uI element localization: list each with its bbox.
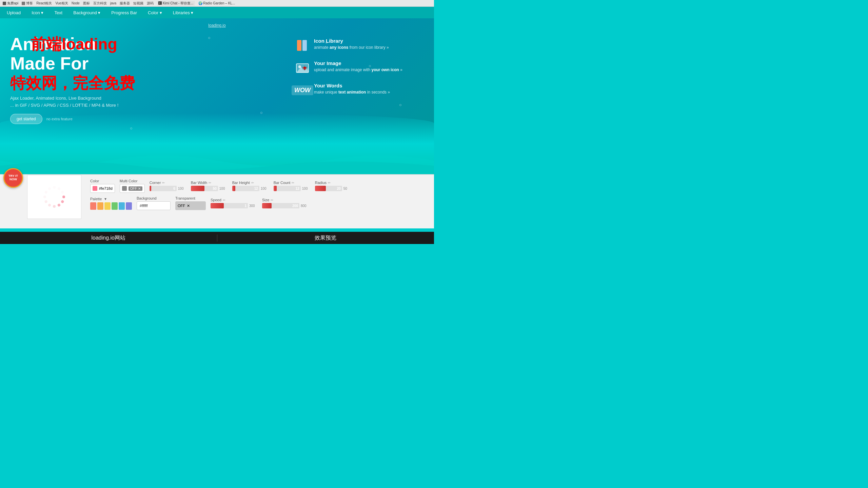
transparent-control: Transparent OFF ✕ xyxy=(175,196,206,210)
radius-slider[interactable]: 20 xyxy=(315,186,342,191)
preview-box xyxy=(27,175,81,219)
background-label: Background xyxy=(137,196,171,200)
bar-count-control: Bar Count ✏ 12 100 xyxy=(274,181,310,191)
nav-upload[interactable]: Upload xyxy=(5,9,23,17)
multi-color-off[interactable]: OFF ✕ xyxy=(129,186,142,191)
bar-width-max: 100 xyxy=(219,187,228,190)
tab-免费api[interactable]: 免费api xyxy=(3,1,18,6)
palette-row xyxy=(90,202,132,210)
feature-your-words-icon: WOW xyxy=(295,83,310,98)
tab-node[interactable]: Node xyxy=(72,1,80,5)
nav-text[interactable]: Text xyxy=(52,9,64,17)
feature-icon-library-title: Icon Library xyxy=(314,38,389,44)
feature-your-image[interactable]: 🕷 Your Image upload and animate image wi… xyxy=(295,60,424,75)
palette-control: Palette ▾ xyxy=(90,197,132,210)
palette-color-4[interactable] xyxy=(112,202,118,210)
speed-edit-icon[interactable]: ✏ xyxy=(223,198,225,202)
palette-toggle-icon[interactable]: ▾ xyxy=(104,197,106,201)
bar-count-value: 12 xyxy=(296,187,299,190)
tab-radio[interactable]: 🌍 Radio Garden – KL... xyxy=(198,1,235,5)
tab-video[interactable]: 短视频 xyxy=(133,1,143,6)
svg-point-9 xyxy=(53,205,56,208)
get-started-button[interactable]: get started xyxy=(10,114,42,124)
nav-libraries[interactable]: Libraries ▾ xyxy=(171,9,195,17)
bar-count-slider[interactable]: 12 xyxy=(274,186,301,191)
feature-icon-library-icon xyxy=(295,38,310,53)
hero-section: loading.io Animation Made For 前端loading … xyxy=(0,18,434,174)
bar-height-edit-icon[interactable]: ✏ xyxy=(251,181,254,185)
background-input[interactable] xyxy=(137,201,171,210)
multi-color-x[interactable]: ✕ xyxy=(138,187,141,190)
bar-height-slider[interactable]: 12 xyxy=(232,186,259,191)
nav-bar: Upload Icon ▾ Text Background ▾ Progress… xyxy=(0,7,434,18)
speed-slider[interactable]: 1 xyxy=(211,203,248,208)
radius-edit-icon[interactable]: ✏ xyxy=(328,181,331,185)
radius-control: Radius ✏ 20 50 xyxy=(315,181,352,191)
tab-java[interactable]: java xyxy=(110,1,116,5)
bar-width-control: Bar Width ✏ 50 100 xyxy=(191,181,228,191)
corner-label: Corner ✏ xyxy=(150,181,186,185)
feature-icon-library[interactable]: Icon Library animate any icons from our … xyxy=(295,38,424,53)
tab-source[interactable]: 源码 xyxy=(147,1,154,6)
hero-title-line2: Made For xyxy=(10,54,295,73)
radius-value: 20 xyxy=(337,187,341,190)
try-it-badge[interactable]: TRY IT NOW xyxy=(3,168,23,188)
tab-icon[interactable]: 图标 xyxy=(83,1,90,6)
transparent-toggle[interactable]: OFF ✕ xyxy=(175,201,206,210)
size-slider-group: 200 800 xyxy=(262,203,309,208)
size-slider[interactable]: 200 xyxy=(262,203,299,208)
tab-博客[interactable]: 博客 xyxy=(22,1,33,6)
tab-vue[interactable]: Vue相关 xyxy=(55,1,68,6)
transparent-label: Transparent xyxy=(175,196,206,200)
corner-slider[interactable]: 6 xyxy=(150,186,177,191)
palette-label: Palette ▾ xyxy=(90,197,132,201)
bar-count-max: 100 xyxy=(302,187,310,190)
nav-color[interactable]: Color ▾ xyxy=(146,9,164,17)
multi-color-label: Multi Color xyxy=(120,179,145,183)
title-stack: Animation Made For 前端loading xyxy=(10,35,295,79)
svg-point-11 xyxy=(44,200,48,204)
size-edit-icon[interactable]: ✏ xyxy=(271,198,273,202)
svg-point-6 xyxy=(62,196,65,198)
nav-icon[interactable]: Icon ▾ xyxy=(29,9,45,17)
palette-color-6[interactable] xyxy=(126,202,132,210)
tab-react[interactable]: React相关 xyxy=(36,1,52,6)
corner-edit-icon[interactable]: ✏ xyxy=(162,181,165,185)
svg-point-8 xyxy=(57,203,61,207)
palette-color-5[interactable] xyxy=(119,202,125,210)
no-feature-button[interactable]: no extra feature xyxy=(46,114,73,124)
hero-content: Animation Made For 前端loading 特效网，完全免费 Aj… xyxy=(0,28,434,124)
size-control: Size ✏ 200 800 xyxy=(262,198,309,208)
loading-io-link[interactable]: loading.io xyxy=(0,18,434,28)
multi-color-input[interactable]: OFF ✕ xyxy=(120,184,145,193)
size-label: Size ✏ xyxy=(262,198,309,202)
size-max: 800 xyxy=(301,204,309,208)
bar-height-label: Bar Height ✏ xyxy=(232,181,269,185)
tab-baihua[interactable]: 百方科技 xyxy=(93,1,107,6)
tab-kimi[interactable]: 🅺 Kimi Chat - 帮你查... xyxy=(157,1,195,6)
palette-color-1[interactable] xyxy=(90,202,96,210)
bottom-bar-right[interactable]: 效果预览 xyxy=(217,235,434,242)
color-label: Color xyxy=(90,179,115,183)
feature-your-image-desc: upload and animate image with your own i… xyxy=(314,67,402,73)
tab-server[interactable]: 服务器 xyxy=(120,1,130,6)
color-value: #fe718d xyxy=(99,186,113,190)
controls-area: Color #fe718d Multi Color OFF ✕ xyxy=(85,175,434,216)
bottom-bar-left[interactable]: loading.io网站 xyxy=(0,235,217,242)
nav-background[interactable]: Background ▾ xyxy=(71,9,102,17)
feature-your-image-title: Your Image xyxy=(314,60,402,66)
nav-progress-bar[interactable]: Progress Bar xyxy=(109,9,139,17)
feature-your-image-icon: 🕷 xyxy=(295,60,310,75)
palette-color-3[interactable] xyxy=(104,202,111,210)
feature-your-words[interactable]: WOW Your Words make unique text animatio… xyxy=(295,83,424,98)
bar-count-edit-icon[interactable]: ✏ xyxy=(292,181,294,185)
multi-color-control: Multi Color OFF ✕ xyxy=(120,179,145,193)
radius-slider-group: 20 50 xyxy=(315,186,352,191)
color-input[interactable]: #fe718d xyxy=(90,184,115,193)
transparent-x[interactable]: ✕ xyxy=(187,204,190,208)
bar-width-edit-icon[interactable]: ✏ xyxy=(209,181,211,185)
bar-height-value: 12 xyxy=(254,187,258,190)
palette-color-2[interactable] xyxy=(97,202,103,210)
radius-max: 50 xyxy=(343,187,352,190)
bar-width-slider[interactable]: 50 xyxy=(191,186,218,191)
